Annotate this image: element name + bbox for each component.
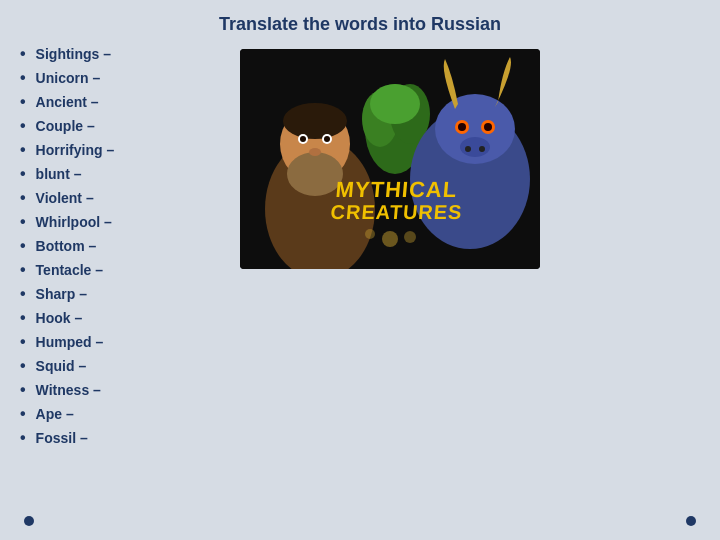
svg-point-8 [324, 136, 330, 142]
dot-right [686, 516, 696, 526]
bottom-dots [0, 516, 720, 526]
list-item: Horrifying – [20, 141, 220, 159]
svg-point-3 [287, 152, 343, 196]
list-item: Bottom – [20, 237, 220, 255]
list-item: Hook – [20, 309, 220, 327]
svg-point-4 [283, 103, 347, 139]
list-item: Humped – [20, 333, 220, 351]
list-item: Sharp – [20, 285, 220, 303]
svg-point-26 [365, 229, 375, 239]
list-item: Ape – [20, 405, 220, 423]
list-item: Sightings – [20, 45, 220, 63]
svg-point-6 [300, 136, 306, 142]
list-item: Whirlpool – [20, 213, 220, 231]
list-item: Tentacle – [20, 261, 220, 279]
list-item: Squid – [20, 357, 220, 375]
svg-text:CREATURES: CREATURES [330, 201, 464, 223]
list-item: Ancient – [20, 93, 220, 111]
dot-left [24, 516, 34, 526]
list-item: Unicorn – [20, 69, 220, 87]
list-item: Violent – [20, 189, 220, 207]
list-item: Couple – [20, 117, 220, 135]
svg-point-22 [479, 146, 485, 152]
list-item: Witness – [20, 381, 220, 399]
word-list: Sightings –Unicorn –Ancient –Couple –Hor… [20, 45, 220, 453]
svg-point-19 [484, 123, 492, 131]
content-area: Sightings –Unicorn –Ancient –Couple –Hor… [0, 45, 720, 453]
svg-point-13 [370, 84, 420, 124]
svg-point-25 [382, 231, 398, 247]
image-area: MYTHICAL CREATURES [240, 45, 540, 453]
svg-point-17 [458, 123, 466, 131]
svg-point-21 [465, 146, 471, 152]
svg-text:MYTHICAL: MYTHICAL [335, 177, 459, 202]
list-item: Fossil – [20, 429, 220, 447]
svg-point-9 [309, 148, 321, 156]
page-title: Translate the words into Russian [0, 0, 720, 45]
svg-point-27 [404, 231, 416, 243]
mythical-creatures-image: MYTHICAL CREATURES [240, 49, 540, 269]
page-container: Translate the words into Russian Sightin… [0, 0, 720, 453]
svg-point-20 [460, 137, 490, 157]
list-item: blunt – [20, 165, 220, 183]
